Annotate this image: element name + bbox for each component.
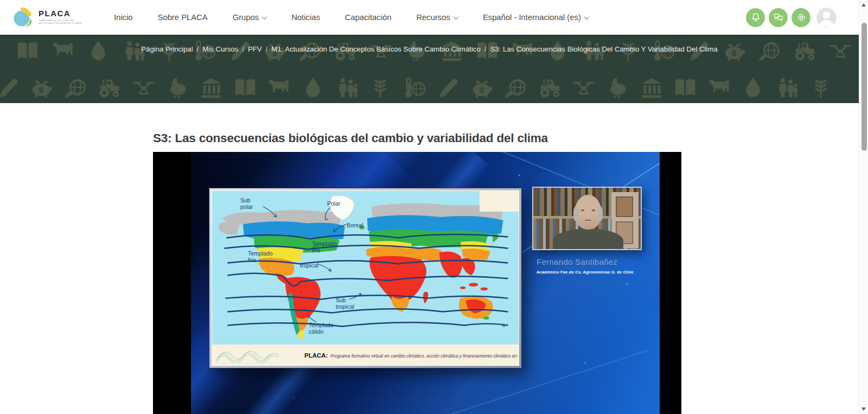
main-nav: InicioSobre PLACAGruposNoticiasCapacitac… bbox=[114, 13, 589, 22]
book-icon bbox=[233, 75, 258, 100]
speaker-face bbox=[575, 195, 602, 230]
nav-item-label: Recursos bbox=[416, 13, 450, 22]
breadcrumb-separator: / bbox=[242, 45, 244, 53]
cow-icon bbox=[707, 75, 732, 100]
scrollbar-down-arrow[interactable] bbox=[861, 407, 866, 411]
speaker-hair bbox=[598, 207, 603, 221]
wall-frame bbox=[616, 196, 633, 217]
presentation-slide: Sub polarPolarBorealTemplado fríoTemplad… bbox=[209, 188, 522, 368]
nav-item-label: Sobre PLACA bbox=[158, 13, 208, 22]
breadcrumb: Página Principal/Mis Cursos/PFV/M1: Actu… bbox=[0, 45, 859, 53]
water-drop-icon bbox=[741, 75, 765, 100]
nav-item-español-internacional-es[interactable]: Español - Internacional (es) bbox=[483, 13, 589, 22]
wheat-icon bbox=[808, 75, 833, 100]
speaker-title: Académico Fac.de Cs. Agronómicas U. de C… bbox=[537, 270, 634, 275]
chicken-icon bbox=[605, 75, 630, 100]
chevron-down-icon bbox=[584, 14, 589, 20]
breadcrumb-link[interactable]: Mis Cursos bbox=[202, 45, 238, 53]
person-icon bbox=[816, 8, 837, 28]
family-icon bbox=[774, 75, 799, 100]
scrollbar-up-arrow[interactable] bbox=[861, 3, 866, 7]
page: PLACA PLATAFORMA DE ACCIÓN CLIMÁTICA EN … bbox=[0, 0, 868, 414]
scrollbar-thumb[interactable] bbox=[861, 23, 867, 151]
speaker-mouth bbox=[585, 220, 591, 221]
breadcrumb-link[interactable]: Página Principal bbox=[141, 45, 193, 53]
slide-footer: PLACA: Programa formativo virtual en cam… bbox=[212, 345, 519, 365]
piggy-bank-icon bbox=[29, 75, 54, 100]
nav-item-label: Noticias bbox=[291, 13, 320, 22]
wheat-icon bbox=[368, 75, 393, 100]
nav-item-recursos[interactable]: Recursos bbox=[416, 13, 458, 22]
nav-item-grupos[interactable]: Grupos bbox=[233, 13, 267, 22]
video-player[interactable]: Sub polarPolarBorealTemplado fríoTemplad… bbox=[153, 152, 681, 414]
bank-icon bbox=[199, 75, 224, 100]
globe-leaf-icon bbox=[63, 75, 88, 100]
user-avatar[interactable] bbox=[816, 8, 837, 28]
bell-icon bbox=[750, 12, 761, 23]
map-label: Polar bbox=[327, 201, 341, 207]
map-label: tropical bbox=[300, 263, 318, 269]
breadcrumb-separator: / bbox=[266, 45, 268, 53]
cow-icon bbox=[266, 75, 291, 100]
nav-item-label: Inicio bbox=[114, 13, 133, 22]
nav-item-noticias[interactable]: Noticias bbox=[291, 13, 320, 22]
page-title: S3: Las consecuencias biológicas del cam… bbox=[153, 131, 681, 145]
nav-item-label: Grupos bbox=[233, 13, 259, 22]
globe-leaf-icon bbox=[503, 75, 528, 100]
slide-inner: Sub polarPolarBorealTemplado fríoTemplad… bbox=[212, 190, 519, 366]
speaker-eye bbox=[581, 209, 584, 211]
piggy-bank-icon bbox=[470, 75, 495, 100]
breadcrumb-current: S3: Las Consecuencias Biológicas Del Cam… bbox=[490, 45, 717, 53]
bank-icon bbox=[639, 75, 664, 100]
nav-item-inicio[interactable]: Inicio bbox=[114, 13, 133, 22]
speaker-shoulders bbox=[553, 228, 623, 250]
placa-logo-icon bbox=[12, 7, 34, 28]
breadcrumb-separator: / bbox=[484, 45, 487, 53]
nav-item-label: Capacitación bbox=[345, 13, 392, 22]
speaker-name: Fernando Santibañez bbox=[537, 257, 617, 266]
dotted-wave-decoration bbox=[215, 347, 297, 363]
chevron-down-icon bbox=[453, 14, 458, 20]
brand-name: PLACA bbox=[39, 9, 102, 18]
book-icon bbox=[673, 75, 698, 100]
chevron-down-icon bbox=[262, 14, 267, 20]
main-content: S3: Las consecuencias biológicas del cam… bbox=[153, 131, 681, 414]
world-climate-map: Sub polarPolarBorealTemplado fríoTemplad… bbox=[212, 191, 519, 345]
settings-button[interactable] bbox=[792, 8, 810, 27]
thermo-globe-icon bbox=[402, 75, 427, 100]
map-label: Templado cálido bbox=[309, 322, 342, 335]
logo[interactable]: PLACA PLATAFORMA DE ACCIÓN CLIMÁTICA EN … bbox=[12, 7, 102, 28]
messages-button[interactable] bbox=[769, 8, 788, 27]
breadcrumb-link[interactable]: M1: Actualización De Conceptos Básicos S… bbox=[271, 45, 481, 53]
slide-background-patch bbox=[480, 191, 519, 212]
map-label: Templado frío bbox=[248, 251, 282, 263]
tractor-icon bbox=[538, 75, 563, 100]
pencil-icon bbox=[0, 75, 21, 100]
breadcrumb-separator: / bbox=[197, 45, 199, 53]
nav-item-label: Español - Internacional (es) bbox=[483, 13, 581, 22]
slide-footer-brand: PLACA: bbox=[304, 352, 328, 359]
drone-icon bbox=[571, 75, 596, 100]
family-icon bbox=[334, 75, 359, 100]
breadcrumb-link[interactable]: PFV bbox=[248, 45, 262, 53]
map-label: Boreal bbox=[347, 222, 363, 229]
brand-tagline: PLATAFORMA DE ACCIÓN CLIMÁTICA EN AGRICU… bbox=[39, 19, 82, 24]
map-label: Sub polar bbox=[240, 198, 262, 210]
top-navbar: PLACA PLATAFORMA DE ACCIÓN CLIMÁTICA EN … bbox=[0, 0, 868, 35]
chat-icon bbox=[773, 12, 784, 23]
chicken-icon bbox=[165, 75, 190, 100]
video-content: Sub polarPolarBorealTemplado fríoTemplad… bbox=[191, 152, 660, 414]
drone-icon bbox=[131, 75, 156, 100]
scrollbar bbox=[859, 0, 868, 414]
breadcrumb-banner: Página Principal/Mis Cursos/PFV/M1: Actu… bbox=[0, 35, 868, 103]
speaker-hair bbox=[573, 207, 578, 221]
nav-item-sobre-placa[interactable]: Sobre PLACA bbox=[158, 13, 208, 22]
nav-item-capacitación[interactable]: Capacitación bbox=[345, 13, 392, 22]
brand-text: PLACA PLATAFORMA DE ACCIÓN CLIMÁTICA EN … bbox=[39, 9, 102, 26]
slide-footer-text: PLACA: Programa formativo virtual en cam… bbox=[304, 350, 519, 360]
water-drop-icon bbox=[301, 75, 326, 100]
tractor-icon bbox=[97, 75, 122, 100]
gear-icon bbox=[796, 12, 807, 23]
notifications-button[interactable] bbox=[746, 8, 765, 27]
pencil-icon bbox=[436, 75, 461, 100]
